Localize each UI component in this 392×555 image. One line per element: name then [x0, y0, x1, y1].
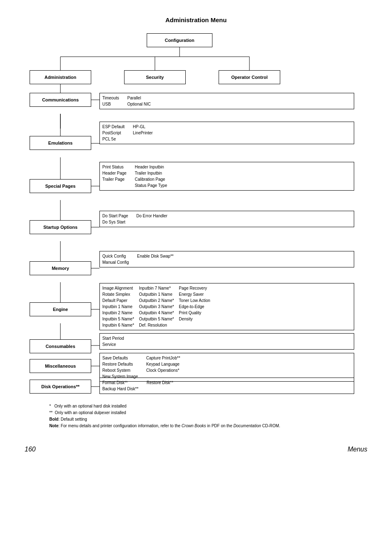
special-pages-col1: Print Status Header Page Trailer Page: [102, 164, 127, 189]
communications-box: Communications: [30, 93, 91, 107]
special-pages-col2: Header Inputbin Trailer Inputbin Calibra…: [135, 164, 167, 189]
communications-col2: Parallel Optional NIC: [127, 95, 151, 107]
memory-box: Memory: [30, 261, 91, 275]
startup-options-col1: Do Start Page Do Sys Start: [102, 213, 128, 225]
operator-control-box: Operator Control: [219, 70, 280, 84]
engine-content: Image Alignment Rotate Simplex Default P…: [99, 283, 354, 330]
configuration-box: Configuration: [147, 33, 212, 47]
communications-content: Timeouts USB Parallel Optional NIC: [99, 93, 354, 109]
miscellaneous-col1: Save Defaults Restore Defaults Reboot Sy…: [102, 355, 138, 380]
engine-box: Engine: [30, 302, 91, 316]
disk-operations-col2: Restore Disk**: [147, 380, 173, 392]
disk-operations-content: Format Disk** Backup Hard Disk** Restore…: [99, 378, 354, 394]
consumables-box: Consumables: [30, 339, 91, 353]
notes-section: * Only with an optional hard disk instal…: [49, 403, 367, 429]
page-title: Administration Menu: [25, 16, 367, 23]
page-number: 160: [25, 446, 36, 453]
note-1: * Only with an optional hard disk instal…: [49, 403, 367, 410]
consumables-content: Start Period Service: [99, 333, 354, 350]
consumables-col1: Start Period Service: [102, 335, 124, 348]
engine-col3: Page Recovery Energy Saver Toner Low Act…: [179, 285, 210, 328]
special-pages-content: Print Status Header Page Trailer Page He…: [99, 162, 354, 191]
startup-options-box: Startup Options: [30, 220, 91, 234]
note-note: Note: For menu details and printer confi…: [49, 423, 367, 429]
startup-options-content: Do Start Page Do Sys Start Do Error Hand…: [99, 211, 354, 227]
memory-col2: Enable Disk Swap**: [137, 253, 173, 265]
special-pages-box: Special Pages: [30, 179, 91, 193]
miscellaneous-col2: Capture PrintJob** Keypad Language Clock…: [146, 355, 180, 380]
startup-options-col2: Do Error Handler: [136, 213, 168, 225]
page-section: Menus: [348, 446, 367, 453]
disk-operations-box: Disk Operations**: [30, 380, 91, 394]
administration-box: Administration: [30, 70, 91, 84]
memory-col1: Quick Config Manual Config: [102, 253, 129, 265]
security-box: Security: [124, 70, 186, 84]
communications-col1: Timeouts USB: [102, 95, 119, 107]
miscellaneous-box: Miscellaneous: [30, 359, 91, 373]
note-2: ** Only with an optional dulpexer instal…: [49, 410, 367, 416]
engine-col1: Image Alignment Rotate Simplex Default P…: [102, 285, 134, 328]
emulations-col1: ESP Default PostScript PCL 5e: [102, 124, 125, 142]
emulations-box: Emulations: [30, 136, 91, 150]
disk-operations-col1: Format Disk** Backup Hard Disk**: [102, 380, 138, 392]
page-footer: 160 Menus: [25, 446, 367, 453]
memory-content: Quick Config Manual Config Enable Disk S…: [99, 251, 354, 267]
engine-col2: Inputbin 7 Name* Outputbin 1 Name Output…: [139, 285, 174, 328]
emulations-col2: HP-GL LinePrinter: [133, 124, 152, 142]
emulations-content: ESP Default PostScript PCL 5e HP-GL Line…: [99, 122, 354, 144]
note-bold: Bold: Default setting: [49, 416, 367, 423]
